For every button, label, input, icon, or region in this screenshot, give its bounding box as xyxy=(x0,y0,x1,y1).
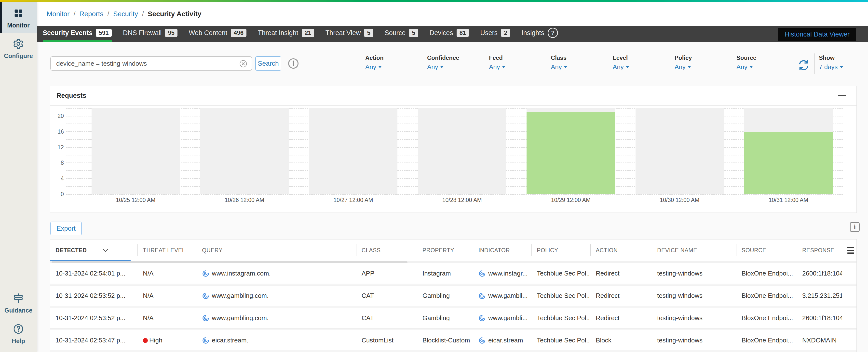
sidebar-item-guidance[interactable]: Guidance xyxy=(0,287,37,318)
cell-threat-level: N/A xyxy=(137,292,197,300)
filter-feed: FeedAny xyxy=(489,55,505,71)
table-row[interactable]: 10-31-2024 02:53:47 p...Higheicar.stream… xyxy=(50,330,857,351)
cell-class: APP xyxy=(356,270,417,277)
column-header-threat-level[interactable]: THREAT LEVEL xyxy=(137,240,197,261)
cell-policy: Techblue Sec Pol... xyxy=(531,314,590,322)
x-axis-tick-label: 10/31 12:00 AM xyxy=(734,197,843,204)
dossier-lookup-icon[interactable] xyxy=(202,270,209,277)
chart-day-band xyxy=(309,108,397,194)
cell-action: Redirect xyxy=(590,270,652,277)
sidebar-item-help[interactable]: Help xyxy=(0,318,37,349)
column-header-class[interactable]: CLASS xyxy=(356,240,417,261)
tab-devices[interactable]: Devices81 xyxy=(430,26,469,42)
column-header-label: THREAT LEVEL xyxy=(143,247,185,254)
help-circle-icon[interactable]: ? xyxy=(548,28,558,38)
cell-detected: 10-31-2024 02:53:47 p... xyxy=(50,337,137,344)
table-row[interactable]: 10-31-2024 02:53:52 p...N/Awww.gambling.… xyxy=(50,308,857,328)
dossier-lookup-icon[interactable] xyxy=(478,270,486,277)
cell-class: CustomList xyxy=(356,337,417,344)
column-header-response[interactable]: RESPONSE xyxy=(797,240,842,261)
column-settings-button[interactable] xyxy=(842,240,857,261)
search-button[interactable]: Search xyxy=(255,57,281,71)
breadcrumb-link-monitor[interactable]: Monitor xyxy=(46,10,69,18)
chart-bar[interactable] xyxy=(527,112,615,194)
cell-device-name: testing-windows xyxy=(652,337,736,344)
tab-threat-view[interactable]: Threat View5 xyxy=(326,26,373,42)
filter-value-dropdown[interactable]: Any xyxy=(489,63,505,71)
refresh-icon[interactable] xyxy=(798,59,810,71)
filter-policy: PolicyAny xyxy=(675,55,692,71)
tab-users[interactable]: Users2 xyxy=(480,26,510,42)
cell-action: Block xyxy=(590,337,652,344)
filter-value-dropdown[interactable]: Any xyxy=(613,63,629,71)
sort-chevron-down-icon xyxy=(102,248,109,252)
dossier-lookup-icon[interactable] xyxy=(202,337,209,344)
column-header-source[interactable]: SOURCE xyxy=(736,240,797,261)
sidebar-item-monitor[interactable]: Monitor xyxy=(0,2,37,33)
filter-value-dropdown[interactable]: Any xyxy=(737,63,756,71)
column-header-indicator[interactable]: INDICATOR xyxy=(473,240,531,261)
column-header-label: ACTION xyxy=(596,247,618,254)
column-header-device-name[interactable]: DEVICE NAME xyxy=(652,240,736,261)
dossier-lookup-icon[interactable] xyxy=(202,315,209,322)
sidebar-item-label: Guidance xyxy=(4,307,32,314)
dossier-lookup-icon[interactable] xyxy=(202,292,209,300)
tab-insights[interactable]: Insights? xyxy=(521,26,558,42)
events-table: DETECTEDTHREAT LEVELQUERYCLASSPROPERTYIN… xyxy=(50,239,857,352)
tab-label: Devices xyxy=(430,29,453,37)
column-header-property[interactable]: PROPERTY xyxy=(417,240,473,261)
search-info-icon[interactable] xyxy=(288,58,299,69)
cell-detected: 10-31-2024 02:53:52 p... xyxy=(50,314,137,322)
breadcrumb-separator: / xyxy=(73,10,75,18)
tab-source[interactable]: Source5 xyxy=(385,26,418,42)
table-row[interactable]: 10-31-2024 02:53:52 p...N/Awww.gambling.… xyxy=(50,286,857,306)
tab-threat-insight[interactable]: Threat Insight21 xyxy=(258,26,314,42)
dossier-lookup-icon[interactable] xyxy=(478,337,486,344)
column-header-action[interactable]: ACTION xyxy=(590,240,652,261)
filter-value-dropdown[interactable]: Any xyxy=(365,63,384,71)
breadcrumb-link-security[interactable]: Security xyxy=(113,10,138,18)
column-header-query[interactable]: QUERY xyxy=(197,240,356,261)
dossier-lookup-icon[interactable] xyxy=(478,292,486,300)
cell-response: 2600:1f18:1043... xyxy=(797,314,842,322)
sidebar-item-configure[interactable]: Configure xyxy=(0,33,37,64)
sidebar-item-label: Monitor xyxy=(7,22,30,29)
cell-indicator: eicar.stream xyxy=(473,337,531,344)
clear-search-icon[interactable] xyxy=(239,60,247,68)
horizontal-scrollbar[interactable] xyxy=(50,261,857,263)
table-info-icon[interactable]: i xyxy=(850,222,860,232)
tab-count-badge: 81 xyxy=(457,29,469,37)
tab-bar: Security Events591DNS Firewall95Web Cont… xyxy=(37,26,868,42)
export-button[interactable]: Export xyxy=(50,221,82,235)
chart-bar[interactable] xyxy=(744,132,833,194)
horizontal-scrollbar-thumb[interactable] xyxy=(52,261,407,263)
tab-count-badge: 2 xyxy=(501,29,510,37)
breadcrumb-separator: / xyxy=(107,10,109,18)
table-row[interactable]: 10-31-2024 02:54:01 p...N/Awww.instagram… xyxy=(50,263,857,284)
filter-value-dropdown[interactable]: Any xyxy=(427,63,459,71)
requests-panel: Requests 04812162010/25 12:00 AM10/26 12… xyxy=(50,86,857,213)
show-value-dropdown[interactable]: 7 days xyxy=(819,63,843,71)
dossier-lookup-icon[interactable] xyxy=(478,315,486,322)
breadcrumb-link-reports[interactable]: Reports xyxy=(79,10,103,18)
tab-label: Users xyxy=(480,29,498,37)
filter-value-dropdown[interactable]: Any xyxy=(551,63,567,71)
filter-source: SourceAny xyxy=(737,55,756,71)
column-header-detected[interactable]: DETECTED xyxy=(50,240,137,261)
search-input[interactable] xyxy=(50,57,252,71)
tab-web-content[interactable]: Web Content496 xyxy=(189,26,246,42)
tab-security-events[interactable]: Security Events591 xyxy=(43,26,112,42)
tab-dns-firewall[interactable]: DNS Firewall95 xyxy=(123,26,178,42)
cell-property: Gambling xyxy=(417,314,473,322)
filter-value-dropdown[interactable]: Any xyxy=(675,63,692,71)
x-axis-tick-label: 10/25 12:00 AM xyxy=(81,197,190,204)
y-axis-tick-label: 0 xyxy=(50,191,64,198)
cell-property: Instagram xyxy=(417,270,473,277)
filter-label: Action xyxy=(365,55,384,61)
historical-data-viewer-button[interactable]: Historical Data Viewer xyxy=(778,28,856,41)
row-separator xyxy=(50,306,857,308)
cell-response: 2600:1f18:1043... xyxy=(797,270,842,277)
column-header-policy[interactable]: POLICY xyxy=(531,240,590,261)
cell-detected: 10-31-2024 02:53:52 p... xyxy=(50,292,137,300)
cell-device-name: testing-windows xyxy=(652,314,736,322)
